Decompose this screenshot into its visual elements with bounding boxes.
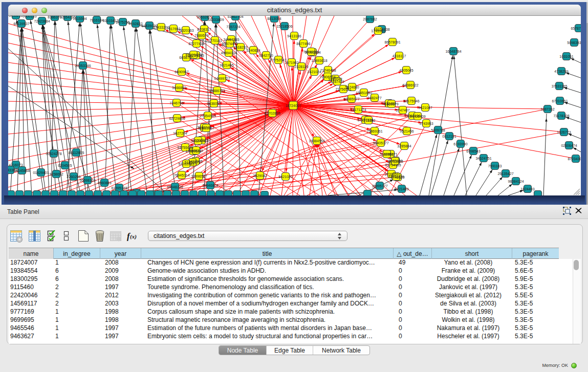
svg-text:5009788: 5009788 <box>431 128 445 132</box>
svg-text:77752047: 77752047 <box>270 58 286 62</box>
svg-text:5466889: 5466889 <box>172 86 186 90</box>
svg-text:60385977: 60385977 <box>343 97 359 101</box>
svg-text:9821465: 9821465 <box>220 63 233 67</box>
svg-text:81754965: 81754965 <box>385 163 401 167</box>
svg-text:7889579: 7889579 <box>194 34 208 37</box>
svg-text:7346706: 7346706 <box>169 101 183 105</box>
svg-text:8708317: 8708317 <box>197 28 211 31</box>
svg-text:4192832: 4192832 <box>128 22 142 26</box>
svg-text:4738299: 4738299 <box>554 70 568 73</box>
svg-text:9521456: 9521456 <box>400 129 413 133</box>
svg-text:3518233: 3518233 <box>233 46 247 49</box>
svg-text:7770143: 7770143 <box>208 39 222 42</box>
svg-text:4966319: 4966319 <box>189 149 203 152</box>
svg-text:8677496: 8677496 <box>296 42 310 46</box>
svg-text:6658760: 6658760 <box>179 56 193 59</box>
svg-text:3747407: 3747407 <box>396 108 409 112</box>
svg-text:9912419: 9912419 <box>191 139 205 143</box>
svg-text:16033809: 16033809 <box>208 18 224 21</box>
svg-text:6998543: 6998543 <box>466 149 480 153</box>
svg-text:1969379: 1969379 <box>384 102 398 106</box>
svg-text:8421020: 8421020 <box>278 175 292 179</box>
svg-text:37631165: 37631165 <box>552 84 568 88</box>
svg-text:1031051: 1031051 <box>559 55 573 58</box>
svg-text:80112805: 80112805 <box>69 151 84 155</box>
svg-text:76320163: 76320163 <box>178 29 193 32</box>
svg-text:16648784: 16648784 <box>445 50 461 53</box>
svg-text:02606474: 02606474 <box>561 144 577 147</box>
svg-text:9413186: 9413186 <box>287 34 301 38</box>
svg-text:76945314: 76945314 <box>173 173 189 177</box>
svg-text:01429401: 01429401 <box>33 171 49 174</box>
svg-text:34957885: 34957885 <box>223 38 239 41</box>
svg-text:13493618: 13493618 <box>311 59 327 62</box>
svg-text:19384554: 19384554 <box>309 139 324 143</box>
svg-text:4316117: 4316117 <box>393 54 406 58</box>
svg-text:34624751: 34624751 <box>475 157 491 160</box>
svg-text:4060883: 4060883 <box>97 181 111 185</box>
svg-text:4005045: 4005045 <box>399 69 413 72</box>
svg-text:1824493: 1824493 <box>520 187 534 191</box>
svg-text:4216073: 4216073 <box>9 163 23 167</box>
svg-text:1627204: 1627204 <box>173 132 187 135</box>
svg-text:0812191: 0812191 <box>442 135 456 138</box>
svg-text:1615594: 1615594 <box>73 17 86 20</box>
svg-text:86578091: 86578091 <box>384 40 400 44</box>
svg-text:15218506: 15218506 <box>276 25 292 28</box>
svg-text:87234309: 87234309 <box>568 157 581 161</box>
svg-text:65787133: 65787133 <box>571 27 581 30</box>
svg-text:54145868: 54145868 <box>14 169 30 172</box>
svg-text:3529042: 3529042 <box>253 174 267 178</box>
svg-text:87277434: 87277434 <box>188 42 204 46</box>
svg-text:6690967: 6690967 <box>175 70 188 74</box>
svg-text:79740344: 79740344 <box>303 50 319 54</box>
svg-text:71746488: 71746488 <box>320 69 336 72</box>
svg-text:2787429: 2787429 <box>330 80 344 83</box>
svg-text:5240824: 5240824 <box>246 49 260 52</box>
svg-text:49894134: 49894134 <box>221 51 236 55</box>
svg-text:62729806: 62729806 <box>169 117 185 120</box>
svg-text:36995777: 36995777 <box>372 184 387 188</box>
svg-text:0433218: 0433218 <box>9 16 23 17</box>
svg-text:6475255: 6475255 <box>116 20 129 24</box>
svg-text:2328120: 2328120 <box>294 65 308 69</box>
svg-text:6193990: 6193990 <box>453 142 467 146</box>
svg-text:1326773: 1326773 <box>557 130 571 134</box>
svg-text:37996507: 37996507 <box>191 174 207 178</box>
svg-text:72423884: 72423884 <box>34 19 50 23</box>
svg-text:29946804: 29946804 <box>202 184 218 187</box>
svg-text:62702895: 62702895 <box>264 112 280 115</box>
svg-text:2087682: 2087682 <box>363 17 377 21</box>
svg-text:98084124: 98084124 <box>508 180 524 183</box>
svg-text:3285884: 3285884 <box>397 144 411 148</box>
svg-text:75869261: 75869261 <box>366 129 382 133</box>
svg-text:27354549: 27354549 <box>200 114 215 118</box>
svg-text:25135427: 25135427 <box>497 172 513 176</box>
svg-text:1671902: 1671902 <box>285 61 298 64</box>
svg-text:4711382: 4711382 <box>362 119 376 122</box>
svg-text:51462704: 51462704 <box>227 16 243 18</box>
svg-text:0842710: 0842710 <box>259 54 273 57</box>
svg-text:2421024: 2421024 <box>307 70 321 74</box>
svg-text:2260256: 2260256 <box>67 175 80 179</box>
svg-text:3482477: 3482477 <box>367 96 381 100</box>
svg-text:8813054: 8813054 <box>267 17 281 20</box>
svg-text:7816184: 7816184 <box>90 18 103 22</box>
svg-text:7357224: 7357224 <box>226 25 240 29</box>
svg-text:3158692: 3158692 <box>49 172 63 176</box>
svg-text:5098393: 5098393 <box>567 41 581 45</box>
svg-text:20053346: 20053346 <box>75 64 91 68</box>
svg-text:18724007: 18724007 <box>285 104 301 107</box>
svg-text:5674680: 5674680 <box>345 85 359 89</box>
svg-text:1745961: 1745961 <box>371 29 385 33</box>
svg-text:9421047: 9421047 <box>418 106 432 110</box>
svg-text:8721489: 8721489 <box>395 187 408 191</box>
svg-text:00524278: 00524278 <box>46 152 61 156</box>
svg-text:9636057: 9636057 <box>207 102 221 105</box>
svg-text:64139537: 64139537 <box>13 22 29 26</box>
svg-text:9600133: 9600133 <box>23 16 36 18</box>
svg-text:(x): (x) <box>130 233 137 240</box>
svg-text:13171274: 13171274 <box>350 108 366 112</box>
svg-text:94406409: 94406409 <box>409 115 425 118</box>
svg-text:15451680: 15451680 <box>356 91 372 95</box>
